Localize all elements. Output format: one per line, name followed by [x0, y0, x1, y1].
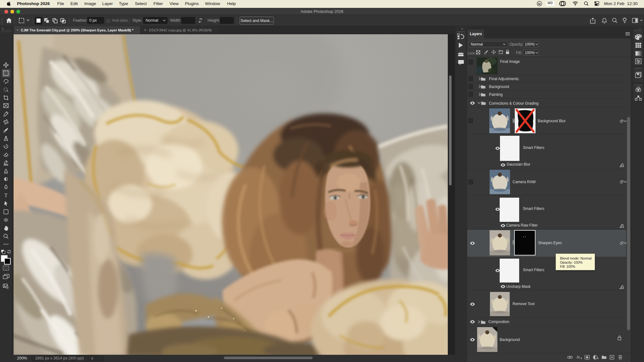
svg-text:T: T	[4, 193, 8, 198]
